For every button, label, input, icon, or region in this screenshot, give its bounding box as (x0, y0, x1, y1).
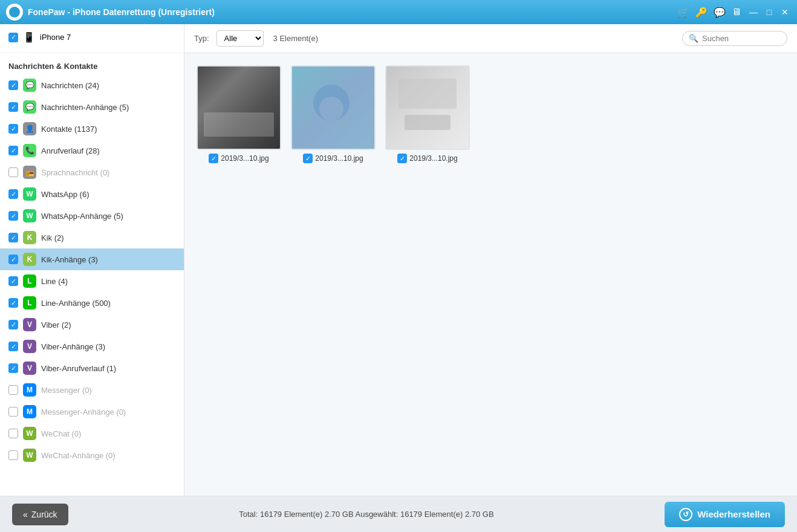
sidebar-item-viber-anrufverlauf[interactable]: VViber-Anrufverlauf (1) (0, 357, 184, 379)
search-icon: 🔍 (689, 34, 698, 43)
back-button[interactable]: « Zurück (12, 504, 68, 525)
titlebar: FonePaw - iPhone Datenrettung (Unregistr… (0, 0, 797, 24)
restore-icon: ↺ (679, 508, 692, 521)
element-count: 3 Element(e) (273, 34, 318, 43)
image-card-2[interactable]: 2019/3...10.jpg (291, 65, 376, 163)
image-thumb-1 (197, 65, 281, 150)
restore-button[interactable]: ↺ Wiederherstellen (665, 502, 785, 527)
sidebar-icon-wechat: W (23, 427, 36, 440)
sidebar-item-messenger-anhaenge[interactable]: MMessenger-Anhänge (0) (0, 401, 184, 423)
sidebar-icon-whatsapp-anhaenge: W (23, 209, 36, 222)
content-grid: 2019/3...10.jpg 2019/3...10.jpg (184, 53, 797, 496)
content-area: Typ: Alle Bilder Videos 3 Element(e) 🔍 (184, 24, 797, 496)
sidebar-item-nachrichten-anhaenge[interactable]: 💬Nachrichten-Anhänge (5) (0, 96, 184, 118)
sidebar-item-viber-anhaenge[interactable]: VViber-Anhänge (3) (0, 336, 184, 357)
minimize-button[interactable]: — (747, 7, 760, 17)
image-card-1[interactable]: 2019/3...10.jpg (197, 65, 281, 163)
sidebar-checkbox-line[interactable] (8, 276, 18, 286)
key-icon[interactable]: 🔑 (695, 7, 708, 18)
sidebar-icon-line-anhaenge: L (23, 296, 36, 310)
image-label-3: 2019/3...10.jpg (397, 154, 457, 163)
maximize-button[interactable]: □ (763, 7, 775, 17)
sidebar-label-wechat: WeChat (0) (41, 429, 175, 438)
section-header: Nachrichten & Kontakte (0, 56, 184, 74)
titlebar-icons: 🛒 🔑 💬 🖥 (677, 7, 741, 18)
window-controls: — □ ✕ (747, 7, 791, 17)
sidebar-item-whatsapp[interactable]: WWhatsApp (6) (0, 183, 184, 205)
sidebar-checkbox-messenger-anhaenge[interactable] (8, 407, 18, 417)
sidebar-checkbox-wechat-anhaenge[interactable] (8, 450, 18, 460)
sidebar-checkbox-whatsapp-anhaenge[interactable] (8, 211, 18, 221)
sidebar-checkbox-line-anhaenge[interactable] (8, 298, 18, 308)
sidebar-icon-nachrichten: 💬 (23, 79, 36, 92)
sidebar-label-sprachnachricht: Sprachnachricht (0) (41, 168, 175, 177)
sidebar-item-messenger[interactable]: MMessenger (0) (0, 379, 184, 401)
restore-label: Wiederherstellen (697, 509, 770, 519)
sidebar-checkbox-kontakte[interactable] (8, 124, 18, 134)
image-checkbox-1[interactable] (209, 154, 218, 163)
image-checkbox-3[interactable] (397, 154, 407, 163)
sidebar-checkbox-viber-anrufverlauf[interactable] (8, 363, 18, 373)
sidebar-item-kik-anhaenge[interactable]: KKik-Anhänge (3) (0, 248, 184, 270)
image-thumb-3 (385, 65, 470, 150)
sidebar-checkbox-anrufverlauf[interactable] (8, 146, 18, 155)
sidebar-label-line-anhaenge: Line-Anhänge (500) (41, 299, 175, 308)
sidebar-checkbox-messenger[interactable] (8, 385, 18, 395)
sidebar-item-anrufverlauf[interactable]: 📞Anrufverlauf (28) (0, 140, 184, 161)
close-button[interactable]: ✕ (779, 7, 791, 17)
search-input[interactable] (702, 34, 781, 43)
sidebar-label-wechat-anhaenge: WeChat-Anhänge (0) (41, 451, 175, 460)
sidebar-scroll: Nachrichten & Kontakte 💬Nachrichten (24)… (0, 56, 184, 496)
sidebar-icon-viber: V (23, 318, 36, 331)
search-box[interactable]: 🔍 (682, 31, 787, 46)
sidebar-label-kik-anhaenge: Kik-Anhänge (3) (41, 255, 175, 264)
back-label: Zurück (31, 510, 57, 519)
sidebar-divider (0, 53, 184, 53)
sidebar-checkbox-sprachnachricht[interactable] (8, 167, 18, 177)
main-layout: 📱 iPhone 7 Nachrichten & Kontakte 💬Nachr… (0, 24, 797, 496)
type-label: Typ: (194, 34, 209, 43)
sidebar-checkbox-viber[interactable] (8, 320, 18, 329)
device-label: iPhone 7 (40, 33, 71, 42)
app-title: FonePaw - iPhone Datenrettung (Unregistr… (28, 7, 677, 17)
monitor-icon[interactable]: 🖥 (732, 7, 741, 18)
sidebar-item-line[interactable]: LLine (4) (0, 270, 184, 292)
sidebar-checkbox-nachrichten[interactable] (8, 80, 18, 90)
sidebar-label-whatsapp: WhatsApp (6) (41, 190, 175, 199)
chat-icon[interactable]: 💬 (714, 7, 726, 18)
image-card-3[interactable]: 2019/3...10.jpg (385, 65, 470, 163)
sidebar-checkbox-kik-anhaenge[interactable] (8, 255, 18, 264)
bottom-bar: « Zurück Total: 16179 Element(e) 2.70 GB… (0, 496, 797, 532)
sidebar-item-nachrichten[interactable]: 💬Nachrichten (24) (0, 74, 184, 96)
sidebar-icon-messenger-anhaenge: M (23, 405, 36, 418)
sidebar-item-whatsapp-anhaenge[interactable]: WWhatsApp-Anhänge (5) (0, 205, 184, 227)
sidebar-icon-messenger: M (23, 383, 36, 397)
image-thumb-2 (291, 65, 376, 150)
sidebar-label-kik: Kik (2) (41, 233, 175, 242)
sidebar-item-sprachnachricht[interactable]: 📻Sprachnachricht (0) (0, 161, 184, 183)
sidebar-checkbox-wechat[interactable] (8, 429, 18, 438)
content-toolbar: Typ: Alle Bilder Videos 3 Element(e) 🔍 (184, 24, 797, 53)
cart-icon[interactable]: 🛒 (677, 7, 689, 18)
sidebar-label-anrufverlauf: Anrufverlauf (28) (41, 146, 175, 155)
sidebar-item-kik[interactable]: KKik (2) (0, 227, 184, 248)
device-checkbox[interactable] (8, 33, 18, 42)
sidebar-checkbox-nachrichten-anhaenge[interactable] (8, 102, 18, 112)
sidebar-checkbox-viber-anhaenge[interactable] (8, 342, 18, 351)
sidebar-label-viber-anrufverlauf: Viber-Anrufverlauf (1) (41, 364, 175, 373)
type-select[interactable]: Alle Bilder Videos (216, 30, 264, 47)
sidebar-checkbox-kik[interactable] (8, 233, 18, 242)
sidebar-icon-whatsapp: W (23, 187, 36, 201)
sidebar-icon-anrufverlauf: 📞 (23, 144, 36, 157)
sidebar-item-kontakte[interactable]: 👤Kontakte (1137) (0, 118, 184, 140)
sidebar-icon-viber-anrufverlauf: V (23, 362, 36, 375)
image-checkbox-2[interactable] (303, 154, 313, 163)
sidebar-item-line-anhaenge[interactable]: LLine-Anhänge (500) (0, 292, 184, 314)
sidebar-item-wechat[interactable]: WWeChat (0) (0, 423, 184, 444)
sidebar-checkbox-whatsapp[interactable] (8, 189, 18, 199)
app-logo (6, 4, 23, 21)
status-text: Total: 16179 Element(e) 2.70 GB Ausgewäh… (68, 510, 665, 519)
sidebar-item-viber[interactable]: VViber (2) (0, 314, 184, 336)
sidebar-item-wechat-anhaenge[interactable]: WWeChat-Anhänge (0) (0, 444, 184, 466)
restore-icon-symbol: ↺ (683, 510, 689, 519)
